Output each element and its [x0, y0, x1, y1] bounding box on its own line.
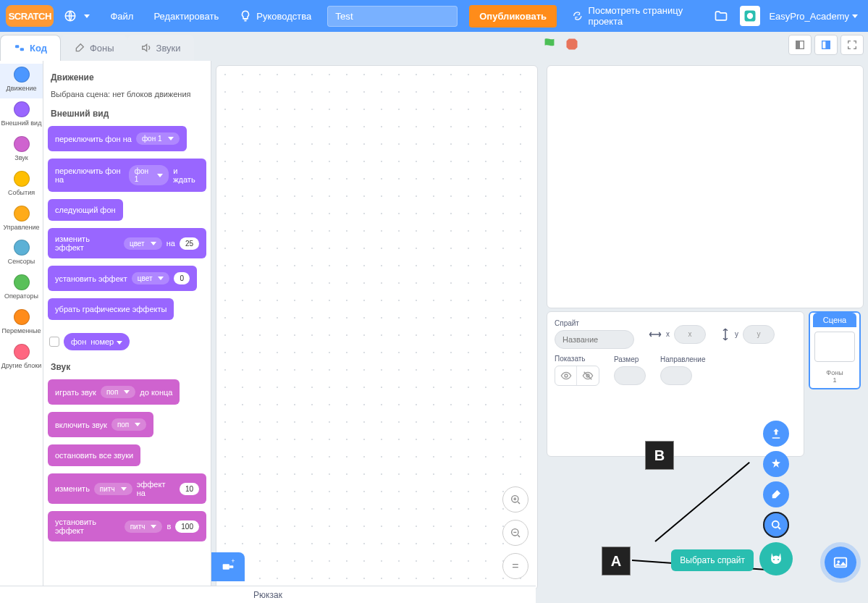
number-input[interactable]: 25: [180, 237, 199, 250]
tab-sounds[interactable]: Звуки: [127, 35, 194, 61]
block-set-sound-effect[interactable]: установить эффект питч в 100: [48, 511, 206, 541]
category-label: Внешний вид: [0, 120, 43, 127]
sprite-paint-button[interactable]: [763, 481, 789, 507]
fullscreen-button[interactable]: [840, 35, 864, 55]
avatar-icon: [743, 9, 757, 23]
block-next-backdrop[interactable]: следующий фон: [48, 199, 123, 221]
block-stop-all-sounds[interactable]: остановить все звуки: [48, 444, 140, 466]
block-change-sound-effect[interactable]: изменить питч эффект на 10: [48, 473, 206, 504]
block-clear-effects[interactable]: убрать графические эффекты: [48, 298, 174, 320]
sprite-direction-input[interactable]: [660, 366, 692, 385]
stage-selector[interactable]: Сцена Фоны 1: [809, 311, 861, 389]
category-Движение[interactable]: Движение: [0, 64, 43, 98]
annotation-marker-b: B: [645, 441, 674, 470]
category-Звук[interactable]: Звук: [0, 133, 43, 168]
category-dot: [14, 67, 30, 83]
x-arrow-icon: [649, 329, 662, 340]
project-name-input[interactable]: [327, 6, 458, 27]
large-stage-icon: [820, 39, 832, 51]
file-menu[interactable]: Файл: [100, 0, 143, 32]
x-label: x: [666, 330, 670, 338]
zoom-reset-button[interactable]: =: [502, 553, 528, 579]
category-Операторы[interactable]: Операторы: [0, 271, 43, 306]
block-switch-backdrop-wait[interactable]: переключить фон на фон 1 и ждать: [48, 159, 206, 192]
tutorials-menu[interactable]: Руководства: [229, 0, 321, 32]
block-label: до конца: [140, 388, 172, 397]
choose-sprite-tooltip: Выбрать спрайт: [671, 549, 754, 571]
svg-point-2: [747, 13, 753, 19]
number-input[interactable]: 0: [174, 272, 190, 284]
account-menu[interactable]: EasyPro_Academy: [764, 11, 862, 22]
reporter-checkbox[interactable]: [49, 337, 59, 347]
show-label: Показать: [555, 355, 599, 363]
stop-icon[interactable]: [565, 37, 579, 51]
see-project-page[interactable]: Посмотреть страницу проекта: [562, 0, 709, 32]
stage-small-button[interactable]: [788, 35, 812, 55]
sprite-upload-button[interactable]: [763, 421, 789, 447]
block-label: изменить эффект: [55, 235, 119, 252]
block-play-sound[interactable]: включить звук поп: [48, 412, 153, 437]
block-label: на: [167, 239, 175, 248]
tab-code[interactable]: Код: [0, 35, 61, 61]
sprite-size-input[interactable]: [614, 366, 646, 385]
code-workspace[interactable]: =: [216, 65, 538, 590]
hide-sprite-button[interactable]: [577, 366, 599, 385]
sprite-list: A B Выбрать спрайт: [547, 457, 804, 586]
size-label: Размер: [614, 355, 646, 363]
stage[interactable]: [547, 65, 864, 308]
category-dot: [14, 240, 30, 256]
sprite-name-input[interactable]: [555, 330, 634, 349]
tabs-row: Код Фоны Звуки: [0, 32, 868, 61]
category-label: Переменные: [0, 328, 43, 335]
dropdown-value: номер: [90, 337, 114, 346]
sprite-y-input[interactable]: y: [743, 325, 775, 344]
green-flag-icon[interactable]: [542, 36, 557, 52]
category-dot: [14, 344, 30, 360]
dropdown-value: цвет: [130, 240, 145, 248]
block-switch-backdrop[interactable]: переключить фон на фон 1: [48, 126, 187, 151]
category-Внешний вид[interactable]: Внешний вид: [0, 98, 43, 133]
category-Управление[interactable]: Управление: [0, 203, 43, 237]
tab-backdrops[interactable]: Фоны: [61, 35, 127, 61]
code-icon: [14, 43, 25, 54]
category-label: Управление: [0, 224, 43, 232]
backpack-bar[interactable]: Рюкзак: [0, 586, 536, 603]
block-label: и ждать: [173, 166, 199, 184]
category-Переменные[interactable]: Переменные: [0, 306, 43, 341]
scene-thumbnail[interactable]: [814, 332, 855, 362]
block-change-effect[interactable]: изменить эффект цвет на 25: [48, 228, 206, 258]
sprite-x-input[interactable]: x: [674, 325, 706, 344]
category-dot: [14, 206, 30, 222]
zoom-out-button[interactable]: [502, 520, 528, 546]
block-set-effect[interactable]: установить эффект цвет 0: [48, 266, 197, 291]
add-extension-button[interactable]: +: [211, 552, 245, 581]
category-Другие блоки[interactable]: Другие блоки: [0, 341, 43, 376]
publish-button[interactable]: Опубликовать: [469, 5, 557, 28]
image-icon: [833, 554, 848, 570]
refresh-icon: [573, 10, 583, 22]
scratch-logo[interactable]: SCRATCH: [6, 5, 54, 27]
choose-backdrop-button[interactable]: [825, 547, 856, 578]
choose-sprite-button[interactable]: [759, 542, 793, 575]
username-label: EasyPro_Academy: [769, 11, 849, 22]
user-avatar[interactable]: [740, 6, 760, 26]
category-События[interactable]: События: [0, 168, 43, 203]
number-input[interactable]: 100: [175, 520, 199, 533]
sprite-surprise-button[interactable]: [763, 451, 789, 477]
tab-backdrops-label: Фоны: [90, 43, 114, 54]
zoom-in-button[interactable]: [502, 486, 528, 513]
equals-icon: =: [512, 560, 518, 573]
edit-menu[interactable]: Редактировать: [143, 0, 229, 32]
show-sprite-button[interactable]: [555, 366, 577, 385]
category-Сенсоры[interactable]: Сенсоры: [0, 237, 43, 271]
language-menu[interactable]: [54, 0, 100, 32]
dropdown-value: цвет: [138, 274, 153, 282]
svg-point-18: [773, 559, 775, 560]
sprite-search-button[interactable]: [763, 512, 789, 538]
block-play-until-done[interactable]: играть звук поп до конца: [48, 379, 180, 405]
mystuff-button[interactable]: [709, 4, 733, 28]
stage-large-button[interactable]: [814, 35, 838, 55]
block-backdrop-reporter[interactable]: фон номер: [64, 333, 130, 350]
number-input[interactable]: 10: [180, 483, 199, 495]
zoom-in-icon: [510, 494, 521, 505]
